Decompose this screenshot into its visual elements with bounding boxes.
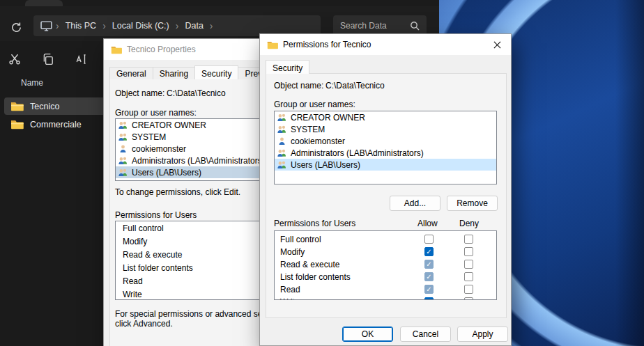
object-name-value: C:\Data\Tecnico	[325, 81, 385, 91]
group-name: SYSTEM	[291, 125, 325, 134]
deny-checkbox[interactable]	[464, 297, 473, 300]
cancel-button[interactable]: Cancel	[400, 327, 451, 342]
permission-name: Modify	[280, 247, 305, 257]
deny-checkbox[interactable]	[464, 260, 473, 269]
allow-checkbox: ✓	[424, 285, 434, 294]
allow-checkbox[interactable]: ✓	[424, 247, 434, 256]
group-name: Administrators (LAB\Administrators)	[132, 156, 265, 166]
group-name: SYSTEM	[132, 132, 166, 142]
group-name: Users (LAB\Users)	[291, 160, 360, 170]
folder-icon	[267, 40, 278, 49]
group-name: CREATOR OWNER	[291, 113, 365, 123]
explorer-tab[interactable]	[25, 0, 63, 6]
allow-checkbox[interactable]: ✓	[424, 297, 434, 300]
search-icon	[410, 21, 420, 31]
permission-name: Read & execute	[123, 250, 182, 260]
file-name: Tecnico	[30, 102, 59, 111]
folder-icon	[10, 101, 24, 111]
group-list-item[interactable]: CREATOR OWNER	[275, 111, 496, 123]
deny-checkbox[interactable]	[464, 272, 473, 281]
allow-checkbox[interactable]	[424, 235, 434, 244]
deny-column-label: Deny	[459, 219, 479, 228]
permission-row: Write✓	[275, 296, 496, 300]
permission-name: List folder contents	[123, 263, 193, 273]
object-name-value: C:\Data\Tecnico	[167, 88, 226, 98]
permissions-dialog: Permissions for Tecnico Security Object …	[259, 33, 512, 346]
edit-hint: To change permissions, click Edit.	[115, 187, 240, 197]
group-list-item[interactable]: cookiemonster	[275, 135, 496, 147]
permission-row: List folder contents✓	[275, 271, 496, 283]
explorer-command-bar	[8, 53, 88, 65]
column-header-name[interactable]: Name	[21, 78, 43, 88]
group-list-label: Group or user names:	[274, 100, 355, 109]
permission-row: Full control	[275, 233, 496, 246]
permission-name: Write	[280, 297, 300, 300]
folder-icon	[111, 45, 122, 54]
refresh-icon[interactable]	[8, 19, 24, 35]
chevron-right-icon: ›	[175, 20, 180, 31]
tab-security[interactable]: Security	[266, 60, 309, 74]
group-name: cookiemonster	[291, 136, 345, 146]
permissions-label: Permissions for Users	[274, 219, 355, 228]
permission-name: Read	[280, 285, 300, 294]
permissions-listbox: Full controlModify✓Read & execute✓List f…	[274, 230, 497, 300]
permission-row: Read & execute✓	[275, 258, 496, 271]
permissions-tabs: Security	[266, 61, 309, 74]
object-name-label: Object name:	[274, 81, 323, 91]
chevron-right-icon: ›	[209, 20, 214, 31]
deny-checkbox[interactable]	[464, 235, 473, 244]
tab-security[interactable]: Security	[194, 65, 238, 79]
cut-icon[interactable]	[8, 53, 21, 65]
apply-button[interactable]: Apply	[457, 327, 508, 342]
breadcrumb-item[interactable]: Local Disk (C:)	[107, 21, 175, 31]
tab-general[interactable]: General	[109, 67, 153, 79]
user-icon	[118, 144, 128, 154]
close-button[interactable]	[484, 35, 509, 54]
group-icon	[118, 120, 128, 130]
desktop: › This PC›Local Disk (C:)›Data› Search D…	[0, 0, 644, 346]
group-icon	[118, 156, 128, 166]
close-icon	[493, 41, 501, 49]
object-name-label: Object name:	[115, 88, 164, 98]
copy-icon[interactable]	[42, 53, 54, 65]
group-list-label: Group or user names:	[115, 108, 197, 118]
permission-name: Read & execute	[280, 260, 339, 269]
group-icon	[277, 160, 287, 170]
breadcrumb-item[interactable]: Data	[179, 21, 208, 31]
rename-icon[interactable]	[75, 53, 88, 65]
group-icon	[277, 113, 287, 123]
advanced-hint-line2: click Advanced.	[115, 319, 173, 329]
group-icon	[118, 168, 128, 178]
group-icon	[277, 148, 287, 158]
permission-row: Read✓	[275, 283, 496, 296]
group-list-item[interactable]: Administrators (LAB\Administrators)	[275, 147, 496, 159]
allow-checkbox: ✓	[424, 272, 434, 281]
permission-name: Write	[123, 290, 142, 299]
chevron-right-icon: ›	[102, 20, 107, 31]
permission-name: Full control	[280, 235, 321, 244]
folder-icon	[10, 119, 24, 129]
group-list-item[interactable]: SYSTEM	[275, 123, 496, 135]
permissions-label: Permissions for Users	[115, 210, 197, 220]
chevron-right-icon: ›	[55, 20, 60, 31]
permission-name: List folder contents	[280, 272, 351, 282]
group-name: Users (LAB\Users)	[132, 168, 201, 178]
ok-button[interactable]: OK	[342, 327, 393, 342]
group-name: CREATOR OWNER	[132, 120, 206, 130]
permissions-dialog-title: Permissions for Tecnico	[283, 40, 371, 49]
advanced-hint-line1: For special permissions or advanced sett…	[115, 309, 278, 319]
group-list-item[interactable]: Users (LAB\Users)	[275, 159, 496, 171]
tab-sharing[interactable]: Sharing	[153, 67, 195, 79]
deny-checkbox[interactable]	[464, 247, 473, 256]
permissions-dialog-titlebar[interactable]: Permissions for Tecnico	[260, 34, 511, 55]
group-listbox: CREATOR OWNERSYSTEMcookiemonsterAdminist…	[274, 111, 497, 184]
add-button[interactable]: Add...	[390, 196, 440, 211]
breadcrumb-item[interactable]: This PC	[60, 21, 102, 31]
group-icon	[277, 125, 287, 134]
permission-name: Read	[123, 276, 143, 286]
properties-dialog-title: Tecnico Properties	[127, 45, 196, 54]
remove-button[interactable]: Remove	[447, 196, 498, 211]
search-placeholder: Search Data	[340, 21, 387, 31]
deny-checkbox[interactable]	[464, 285, 473, 294]
permission-name: Full control	[123, 223, 164, 233]
